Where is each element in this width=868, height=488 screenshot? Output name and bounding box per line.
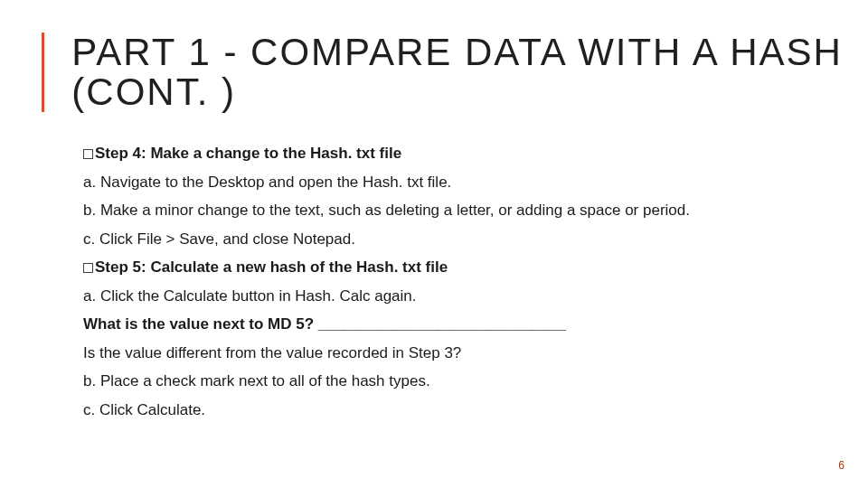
question-diff: Is the value different from the value re… bbox=[83, 344, 816, 362]
title-accent-bar bbox=[42, 33, 44, 112]
step4-text: Step 4: Make a change to the Hash. txt f… bbox=[95, 145, 401, 162]
title-block: PART 1 - COMPARE DATA WITH A HASH (CONT.… bbox=[42, 33, 868, 112]
step4-item-c: c. Click File > Save, and close Notepad. bbox=[83, 230, 816, 249]
step4-item-b: b. Make a minor change to the text, such… bbox=[83, 202, 816, 220]
slide-title: PART 1 - COMPARE DATA WITH A HASH (CONT.… bbox=[71, 33, 868, 112]
step5-item-c: c. Click Calculate. bbox=[83, 401, 816, 419]
step5-heading: Step 5: Calculate a new hash of the Hash… bbox=[83, 258, 816, 277]
bullet-square-icon bbox=[83, 149, 93, 159]
step5-text: Step 5: Calculate a new hash of the Hash… bbox=[95, 258, 448, 276]
page-number: 6 bbox=[838, 459, 844, 472]
question-md5: What is the value next to MD 5? ________… bbox=[83, 315, 816, 333]
bullet-square-icon bbox=[83, 263, 93, 273]
step4-heading: Step 4: Make a change to the Hash. txt f… bbox=[83, 145, 816, 163]
step5-item-a: a. Click the Calculate button in Hash. C… bbox=[83, 287, 816, 305]
slide: PART 1 - COMPARE DATA WITH A HASH (CONT.… bbox=[0, 0, 868, 488]
step4-item-a: a. Navigate to the Desktop and open the … bbox=[83, 174, 816, 192]
step5-item-b: b. Place a check mark next to all of the… bbox=[83, 372, 816, 390]
slide-body: Step 4: Make a change to the Hash. txt f… bbox=[83, 145, 816, 429]
